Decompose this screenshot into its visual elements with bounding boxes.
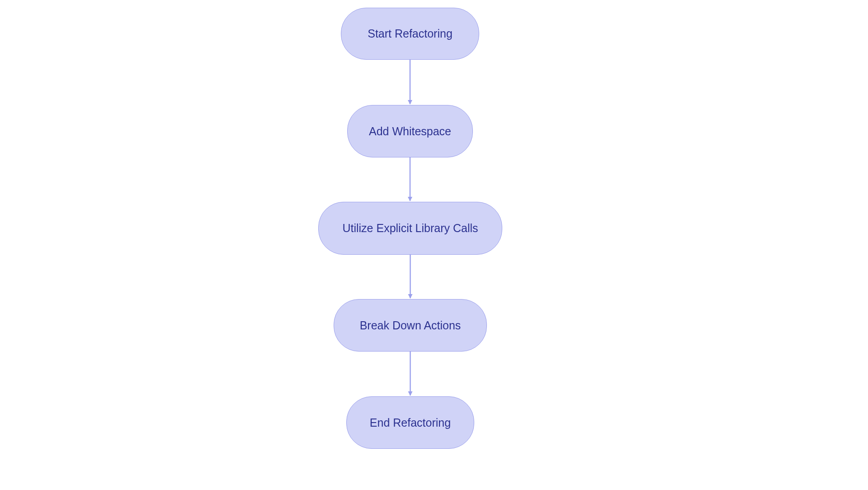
flowchart-node-breakdown: Break Down Actions [334,299,487,352]
flowchart-canvas: Start RefactoringAdd WhitespaceUtilize E… [0,0,868,490]
flowchart-node-whitespace: Add Whitespace [347,105,473,157]
flowchart-node-start: Start Refactoring [341,8,479,60]
flowchart-node-library: Utilize Explicit Library Calls [318,202,502,255]
flowchart-node-end: End Refactoring [346,396,474,449]
